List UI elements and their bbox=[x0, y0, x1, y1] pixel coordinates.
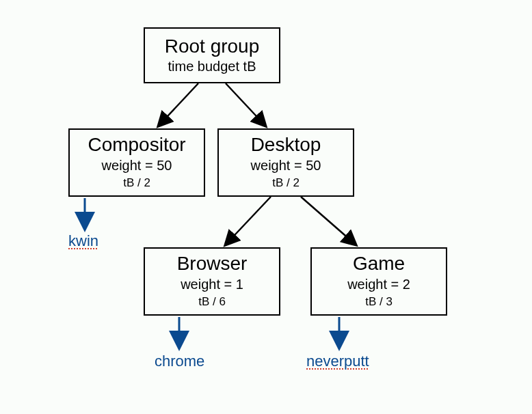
node-desktop-weight: weight = 50 bbox=[251, 157, 321, 174]
node-browser-title: Browser bbox=[177, 253, 248, 275]
node-root: Root group time budget tB bbox=[144, 27, 280, 83]
edge-root-compositor bbox=[159, 83, 198, 126]
leaf-neverputt-label: neverputt bbox=[306, 353, 369, 370]
node-game-title: Game bbox=[353, 253, 405, 275]
node-desktop-title: Desktop bbox=[251, 135, 321, 156]
edge-root-desktop bbox=[226, 83, 265, 126]
node-compositor: Compositor weight = 50 tB / 2 bbox=[68, 128, 205, 197]
leaf-chrome-label: chrome bbox=[155, 353, 204, 370]
node-desktop: Desktop weight = 50 tB / 2 bbox=[217, 128, 354, 197]
node-root-sub: time budget tB bbox=[168, 58, 256, 74]
leaf-kwin-text: kwin bbox=[68, 232, 98, 249]
edge-desktop-game bbox=[301, 197, 356, 245]
node-browser-budget: tB / 6 bbox=[198, 295, 226, 309]
node-game-budget: tB / 3 bbox=[365, 295, 393, 309]
edge-desktop-browser bbox=[226, 197, 271, 245]
node-browser-weight: weight = 1 bbox=[181, 276, 243, 292]
node-root-title: Root group bbox=[165, 36, 260, 57]
diagram-canvas: Root group time budget tB Compositor wei… bbox=[0, 0, 532, 414]
node-desktop-budget: tB / 2 bbox=[272, 176, 300, 190]
leaf-kwin-label: kwin bbox=[68, 232, 98, 250]
node-compositor-budget: tB / 2 bbox=[123, 176, 150, 190]
node-compositor-weight: weight = 50 bbox=[102, 157, 172, 174]
node-browser: Browser weight = 1 tB / 6 bbox=[144, 247, 280, 316]
node-compositor-title: Compositor bbox=[88, 135, 185, 156]
leaf-chrome-text: chrome bbox=[155, 353, 204, 370]
node-game-weight: weight = 2 bbox=[347, 276, 410, 292]
node-game: Game weight = 2 tB / 3 bbox=[310, 247, 447, 316]
leaf-neverputt-text: neverputt bbox=[306, 353, 369, 370]
